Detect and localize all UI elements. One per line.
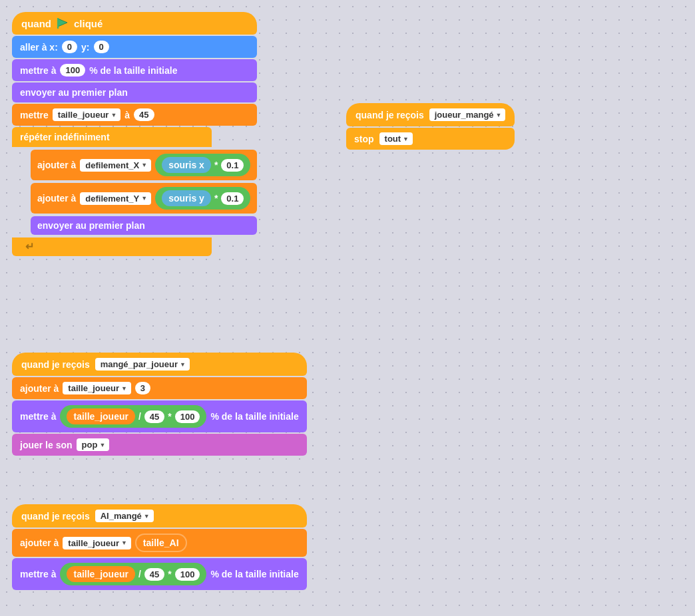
div-val4[interactable]: 45 <box>144 568 164 581</box>
receive-label3: quand je reçois <box>21 359 90 370</box>
event-receive-block3: quand je reçois mangé_par_joueur▼ <box>12 353 307 376</box>
operator4: taille_joueur / 45 * 100 <box>60 563 206 585</box>
add-ai-block4: ajouter à taille_joueur▼ taille_AI <box>12 529 307 557</box>
front-label2: envoyer au premier plan <box>37 220 145 231</box>
add-taille-block3: ajouter à taille_joueur▼ 3 <box>12 377 307 399</box>
svg-marker-0 <box>58 19 67 27</box>
event-receive-block2: quand je reçois joueur_mangé▼ <box>346 103 515 126</box>
svg-rect-1 <box>57 18 59 29</box>
var-taille3: taille_joueur <box>67 408 134 424</box>
div-val3[interactable]: 45 <box>144 410 164 423</box>
add-defy-block: ajouter à defilement_Y▼ souris y * 0.1 <box>31 183 257 214</box>
play-sound-block: jouer le son pop▼ <box>12 434 307 456</box>
add-label4: ajouter à <box>20 538 59 548</box>
size-pct-label: % de la taille initiale <box>89 65 177 76</box>
set-var-label: mettre <box>20 110 49 120</box>
repeat-forever-block: répéter indéfiniment ajouter à defilemen… <box>12 127 257 256</box>
var-taille4: taille_joueur <box>67 566 134 582</box>
div-label4: / <box>138 569 141 579</box>
loop-arrow: ↵ <box>25 240 34 253</box>
event-flag-hat: quand cliqué <box>12 12 257 35</box>
operator-sourisy: souris y * 0.1 <box>155 187 250 210</box>
go-to-block: aller à x: 0 y: 0 <box>12 36 257 58</box>
mult-label3: * <box>168 411 171 422</box>
defx-dropdown[interactable]: defilement_X▼ <box>80 159 151 172</box>
mult-val3[interactable]: 100 <box>175 410 200 423</box>
sound-label: jouer le son <box>20 440 73 450</box>
receive-label2: quand je reçois <box>355 110 424 120</box>
message3-dropdown[interactable]: mangé_par_joueur▼ <box>95 358 190 371</box>
set-var-block: mettre taille_joueur▼ à 45 <box>12 104 257 126</box>
stop-dropdown[interactable]: tout▼ <box>379 132 413 145</box>
var-taille-ai: taille_AI <box>135 534 187 552</box>
add-label1: ajouter à <box>37 160 76 170</box>
set-size-formula3: mettre à taille_joueur / 45 * 100 % de l… <box>12 400 307 432</box>
operator3: taille_joueur / 45 * 100 <box>60 405 206 428</box>
mult-val4[interactable]: 100 <box>175 568 200 581</box>
set-size-label: mettre à <box>20 65 56 76</box>
event-receive-block4: quand je reçois AI_mangé▼ <box>12 504 307 528</box>
flag-icon <box>57 17 69 29</box>
mult-label4: * <box>168 569 171 579</box>
add-label3: ajouter à <box>20 383 59 394</box>
stop-block: stop tout▼ <box>346 128 515 150</box>
y-value[interactable]: 0 <box>94 41 109 53</box>
message2-dropdown[interactable]: joueur_mangé▼ <box>429 108 506 121</box>
set-label3: mettre à <box>20 411 56 422</box>
times2: * <box>214 193 218 204</box>
repeat-label: répéter indéfiniment <box>20 132 110 142</box>
div-label3: / <box>138 411 141 422</box>
var-val[interactable]: 45 <box>134 108 154 121</box>
receive-label4: quand je reçois <box>21 511 90 522</box>
set-label4: mettre à <box>20 569 56 579</box>
clique-label: cliqué <box>74 18 103 29</box>
mult-val1[interactable]: 0.1 <box>221 159 244 172</box>
sensing-sourisy: souris y <box>162 190 211 206</box>
defy-dropdown[interactable]: defilement_Y▼ <box>80 192 151 205</box>
set-size-formula4: mettre à taille_joueur / 45 * 100 % de l… <box>12 558 307 590</box>
add-defx-block: ajouter à defilement_X▼ souris x * 0.1 <box>31 150 257 180</box>
mult-val2[interactable]: 0.1 <box>221 192 244 205</box>
add-label2: ajouter à <box>37 193 76 204</box>
sensing-sourisx: souris x <box>162 157 211 173</box>
x-value[interactable]: 0 <box>62 41 77 53</box>
quand-label: quand <box>21 18 51 29</box>
size-pct3: % de la taille initiale <box>210 411 298 422</box>
taille-dropdown4[interactable]: taille_joueur▼ <box>63 537 131 549</box>
group4-stack: quand je reçois AI_mangé▼ ajouter à tail… <box>12 504 307 590</box>
size-pct4: % de la taille initiale <box>210 569 298 579</box>
taille-dropdown3[interactable]: taille_joueur▼ <box>63 382 131 394</box>
go-front-block: envoyer au premier plan <box>12 82 257 102</box>
amount3[interactable]: 3 <box>135 382 150 394</box>
to-label: à <box>124 110 130 120</box>
sound-dropdown[interactable]: pop▼ <box>77 438 110 451</box>
operator-sourisx: souris x * 0.1 <box>155 154 250 176</box>
set-size-block: mettre à 100 % de la taille initiale <box>12 59 257 81</box>
goto-label: aller à x: <box>20 42 58 53</box>
group3-stack: quand je reçois mangé_par_joueur▼ ajoute… <box>12 353 307 456</box>
size-value[interactable]: 100 <box>60 64 85 77</box>
message4-dropdown[interactable]: AI_mangé▼ <box>95 510 154 522</box>
var-dropdown[interactable]: taille_joueur▼ <box>53 108 121 121</box>
group2-stack: quand je reçois joueur_mangé▼ stop tout▼ <box>346 103 515 150</box>
front-label: envoyer au premier plan <box>20 87 128 98</box>
go-front-block2: envoyer au premier plan <box>31 216 257 235</box>
times1: * <box>214 160 218 170</box>
y-label: y: <box>81 42 89 53</box>
stop-label: stop <box>354 134 374 144</box>
